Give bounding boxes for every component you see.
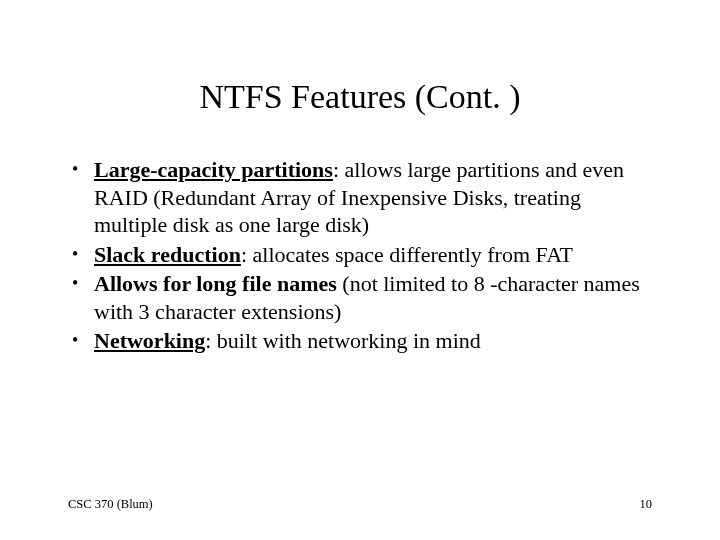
bullet-item: • Allows for long file names (not limite… <box>68 270 652 325</box>
bullet-text: Slack reduction: allocates space differe… <box>94 241 652 269</box>
bullet-text: Allows for long file names (not limited … <box>94 270 652 325</box>
footer-page-number: 10 <box>640 497 653 512</box>
bullet-dot-icon: • <box>68 241 94 268</box>
footer-left: CSC 370 (Blum) <box>68 497 153 512</box>
bullet-item: • Networking: built with networking in m… <box>68 327 652 355</box>
bullet-item: • Slack reduction: allocates space diffe… <box>68 241 652 269</box>
slide-title: NTFS Features (Cont. ) <box>68 78 652 116</box>
bullet-dot-icon: • <box>68 156 94 183</box>
slide-content: • Large-capacity partitions: allows larg… <box>68 156 652 355</box>
bullet-text: Networking: built with networking in min… <box>94 327 652 355</box>
bullet-dot-icon: • <box>68 270 94 297</box>
bullet-item: • Large-capacity partitions: allows larg… <box>68 156 652 239</box>
slide: NTFS Features (Cont. ) • Large-capacity … <box>0 0 720 540</box>
slide-footer: CSC 370 (Blum) 10 <box>68 497 652 512</box>
bullet-text: Large-capacity partitions: allows large … <box>94 156 652 239</box>
bullet-dot-icon: • <box>68 327 94 354</box>
